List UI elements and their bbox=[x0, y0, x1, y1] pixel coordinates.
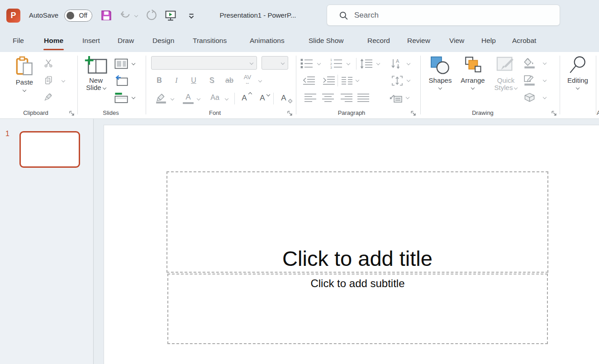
slide-1-thumbnail[interactable] bbox=[19, 131, 80, 168]
shrink-font-button[interactable]: A bbox=[257, 94, 268, 103]
reset-slide-button[interactable] bbox=[113, 75, 130, 86]
font-group: B I U S ab AV ↔ A bbox=[146, 52, 296, 119]
shape-outline-chevron[interactable] bbox=[543, 78, 547, 82]
bold-button[interactable]: B bbox=[154, 76, 165, 85]
paste-label: Paste bbox=[16, 79, 33, 86]
search-input[interactable] bbox=[354, 5, 553, 25]
tab-help[interactable]: Help bbox=[480, 31, 498, 52]
section-chevron[interactable] bbox=[132, 95, 135, 99]
convert-to-smartart-button[interactable] bbox=[389, 92, 403, 104]
copy-button[interactable] bbox=[42, 74, 55, 86]
slide-canvas[interactable]: Click to add title Click to add subtitle bbox=[104, 125, 599, 364]
shapes-button[interactable]: Shapes bbox=[428, 56, 453, 89]
shape-effects-button[interactable] bbox=[523, 92, 536, 103]
powerpoint-app-icon[interactable]: P bbox=[6, 9, 20, 23]
change-case-button[interactable]: Aa bbox=[208, 94, 222, 102]
justify-button[interactable] bbox=[357, 92, 370, 104]
cut-button[interactable] bbox=[42, 58, 55, 69]
section-button[interactable] bbox=[113, 92, 130, 104]
shape-fill-chevron[interactable] bbox=[543, 61, 547, 65]
line-spacing-chevron[interactable] bbox=[376, 61, 380, 65]
text-highlight-chevron[interactable] bbox=[171, 97, 174, 100]
editing-button[interactable]: Editing bbox=[565, 56, 590, 89]
font-dialog-launcher[interactable] bbox=[287, 110, 294, 117]
decrease-indent-button[interactable] bbox=[302, 75, 316, 86]
undo-button[interactable] bbox=[119, 9, 132, 22]
customize-quick-access-toolbar-button[interactable] bbox=[185, 9, 198, 23]
clipboard-dialog-launcher[interactable] bbox=[69, 110, 76, 117]
tab-acrobat[interactable]: Acrobat bbox=[510, 31, 538, 52]
subtitle-placeholder[interactable]: Click to add subtitle bbox=[167, 274, 548, 344]
smartart-chevron[interactable] bbox=[406, 95, 409, 99]
paste-button[interactable]: Paste bbox=[12, 56, 37, 91]
numbering-chevron[interactable] bbox=[347, 61, 350, 65]
align-left-icon bbox=[304, 92, 317, 103]
start-slideshow-button[interactable] bbox=[164, 9, 177, 22]
paragraph-dialog-launcher[interactable] bbox=[410, 110, 417, 117]
tab-insert[interactable]: Insert bbox=[81, 31, 102, 52]
search-box[interactable] bbox=[327, 5, 560, 26]
line-spacing-button[interactable] bbox=[360, 58, 373, 70]
shape-fill-button[interactable] bbox=[523, 57, 536, 69]
font-name-combobox[interactable] bbox=[151, 56, 257, 70]
tab-record[interactable]: Record bbox=[366, 31, 392, 52]
font-color-button[interactable]: A bbox=[183, 93, 194, 102]
font-color-chevron[interactable] bbox=[197, 97, 200, 100]
slide-layout-button[interactable] bbox=[113, 58, 130, 70]
panel-divider[interactable] bbox=[93, 119, 94, 364]
align-right-button[interactable] bbox=[340, 92, 353, 104]
columns-chevron[interactable] bbox=[356, 78, 359, 82]
text-direction-button[interactable]: A bbox=[390, 58, 404, 70]
dialog-launcher-icon bbox=[287, 110, 293, 116]
italic-button[interactable]: I bbox=[171, 76, 182, 85]
format-painter-button[interactable] bbox=[42, 91, 55, 103]
undo-dropdown-chevron[interactable] bbox=[134, 14, 138, 17]
autosave-toggle[interactable]: Off bbox=[64, 9, 92, 22]
bullets-chevron[interactable] bbox=[317, 61, 321, 65]
text-direction-chevron[interactable] bbox=[407, 61, 410, 65]
customize-toolbar-icon bbox=[188, 13, 195, 20]
align-left-button[interactable] bbox=[304, 92, 317, 104]
shape-effects-chevron[interactable] bbox=[543, 95, 547, 99]
grow-font-button[interactable]: A bbox=[239, 94, 250, 103]
autosave-toggle-knob bbox=[67, 12, 74, 19]
redo-button[interactable] bbox=[145, 9, 158, 22]
align-text-button[interactable] bbox=[390, 75, 404, 86]
text-highlight-button[interactable] bbox=[154, 93, 168, 104]
tab-design[interactable]: Design bbox=[151, 31, 176, 52]
copy-dropdown-chevron[interactable] bbox=[62, 79, 65, 82]
bullets-button[interactable] bbox=[300, 58, 314, 70]
align-center-button[interactable] bbox=[321, 92, 335, 104]
align-text-chevron[interactable] bbox=[407, 78, 410, 82]
mini-separator bbox=[338, 75, 338, 86]
columns-button[interactable] bbox=[341, 75, 353, 86]
quick-styles-button[interactable]: Quick Styles bbox=[492, 56, 520, 91]
text-shadow-button[interactable]: S bbox=[206, 76, 217, 85]
character-spacing-chevron[interactable] bbox=[258, 79, 262, 82]
tab-slide-show[interactable]: Slide Show bbox=[307, 31, 346, 52]
slide-layout-chevron[interactable] bbox=[132, 61, 135, 65]
save-button[interactable] bbox=[100, 9, 113, 22]
tab-review[interactable]: Review bbox=[405, 31, 432, 52]
strikethrough-button[interactable]: ab bbox=[223, 76, 236, 85]
paragraph-group: 1 2 3 A bbox=[296, 52, 420, 119]
grow-font-letter: A bbox=[242, 94, 247, 102]
character-spacing-button[interactable]: AV ↔ bbox=[241, 75, 254, 85]
underline-button[interactable]: U bbox=[188, 76, 199, 85]
tab-view[interactable]: View bbox=[447, 31, 466, 52]
font-size-combobox[interactable] bbox=[261, 56, 288, 70]
title-placeholder[interactable]: Click to add title bbox=[166, 171, 548, 273]
tab-draw[interactable]: Draw bbox=[116, 31, 136, 52]
increase-indent-button[interactable] bbox=[322, 75, 336, 86]
clear-formatting-button[interactable]: A bbox=[278, 94, 290, 103]
change-case-chevron[interactable] bbox=[225, 97, 228, 100]
arrange-button[interactable]: Arrange bbox=[460, 56, 485, 89]
tab-animations[interactable]: Animations bbox=[248, 31, 286, 52]
new-slide-button[interactable]: New Slide bbox=[82, 56, 110, 91]
tab-home[interactable]: Home bbox=[42, 31, 65, 52]
drawing-dialog-launcher[interactable] bbox=[551, 110, 558, 117]
numbering-button[interactable]: 1 2 3 bbox=[329, 58, 343, 70]
tab-file[interactable]: File bbox=[11, 31, 26, 52]
shape-outline-button[interactable] bbox=[523, 75, 536, 86]
tab-transitions[interactable]: Transitions bbox=[191, 31, 228, 52]
